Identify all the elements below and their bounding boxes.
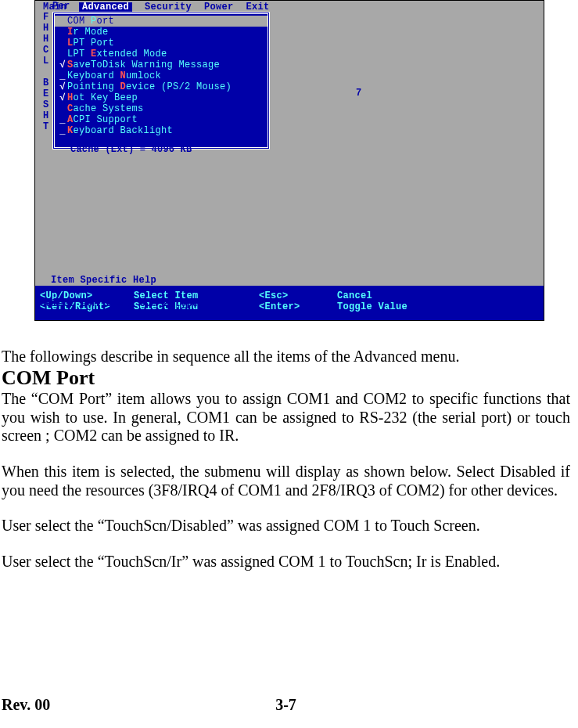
paragraph-2: When this item is selected, the submenu … [2, 463, 570, 499]
menu-label: Keyboard Backlight [67, 126, 173, 136]
menu-sym: √ [58, 60, 67, 70]
heading-com-port: COM Port [2, 366, 570, 391]
extra-value-seven: 7 [356, 88, 362, 99]
bios-screenshot: Main Advanced Security Power Exit Per F … [34, 0, 544, 321]
menu-item-com-port[interactable]: COM Port [55, 16, 267, 27]
page-number: 3-7 [275, 696, 296, 714]
advanced-submenu: COM Port Ir Mode LPT Port LPT Extended M… [52, 12, 270, 150]
menu-item-pointing[interactable]: √ Pointing Device (PS/2 Mouse) [55, 81, 267, 92]
menu-label: COM Port [67, 16, 114, 27]
bios-left-pane: Per F H H C L B E S H T COM Port Ir Mode… [35, 12, 379, 286]
help-title: Item Specific Help [51, 276, 156, 286]
menu-item-cache-systems[interactable]: Cache Systems [55, 103, 267, 114]
menu-sym: _ [58, 126, 67, 136]
revision-label: Rev. 00 [2, 696, 50, 714]
menu-label: Keyboard Numlock [67, 71, 161, 81]
menu-sym: √ [58, 93, 67, 103]
menu-label: Ir Mode [67, 27, 109, 38]
menu-sym: _ [58, 71, 67, 81]
menu-sym: √ [58, 82, 67, 92]
page-footer: Rev. 00 3-7 [2, 696, 570, 714]
per-label: Per [52, 2, 70, 12]
paragraph-3: User select the “TouchScn/Disabled” was … [2, 517, 570, 535]
paragraph-1: The “COM Port” item allows you to assign… [2, 390, 570, 445]
menu-item-savetodisk[interactable]: √ SaveToDisk Warning Message [55, 59, 267, 70]
menu-label: LPT Extended Mode [67, 49, 167, 59]
cache-ext-line: Cache (Ext) = 4096 KB [70, 145, 192, 155]
menu-label: Pointing Device (PS/2 Mouse) [67, 82, 232, 92]
menu-item-ir-mode[interactable]: Ir Mode [55, 27, 267, 38]
menu-item-backlight[interactable]: _ Keyboard Backlight [55, 125, 267, 136]
menu-item-lpt-extended[interactable]: LPT Extended Mode [55, 49, 267, 59]
menu-sym: _ [58, 115, 67, 125]
left-edge-letters: F H H C L B E S H T [43, 12, 49, 132]
menu-label: SaveToDisk Warning Message [67, 60, 220, 70]
menu-label: Cache Systems [67, 104, 144, 114]
menu-item-hotkey-beep[interactable]: √ Hot Key Beep [55, 92, 267, 103]
menu-item-lpt-port[interactable]: LPT Port [55, 38, 267, 49]
document-body: The followings describe in sequence all … [0, 321, 578, 571]
menu-label: Hot Key Beep [67, 93, 138, 103]
menu-label: LPT Port [67, 38, 114, 49]
paragraph-4: User select the “TouchScn/Ir” was assign… [2, 553, 570, 571]
help-text: Select COM 1 and COM 2 type. [35, 286, 539, 310]
menu-item-acpi[interactable]: _ ACPI Support [55, 114, 267, 125]
intro-paragraph: The followings describe in sequence all … [2, 348, 570, 366]
menu-item-numlock[interactable]: _ Keyboard Numlock [55, 70, 267, 81]
menu-label: ACPI Support [67, 115, 138, 125]
